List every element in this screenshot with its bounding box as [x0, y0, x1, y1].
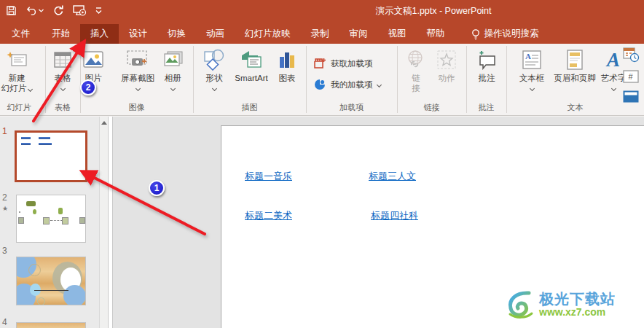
- site-watermark: 极光下载站 www.xz7.com: [504, 289, 616, 320]
- header-footer-icon: [566, 50, 584, 70]
- start-slideshow-button[interactable]: [73, 4, 87, 16]
- tab-animations[interactable]: 动画: [196, 24, 235, 44]
- tab-view[interactable]: 视图: [378, 24, 417, 44]
- slide-number-button[interactable]: #: [622, 70, 640, 86]
- tab-review[interactable]: 审阅: [339, 24, 378, 44]
- chart-button[interactable]: 图表: [271, 47, 303, 83]
- save-button[interactable]: [6, 5, 17, 16]
- thumb-line: [34, 290, 68, 291]
- redo-icon: [52, 4, 64, 16]
- tab-home[interactable]: 开始: [42, 24, 80, 44]
- customize-qat-button[interactable]: [95, 6, 102, 15]
- ribbon-tab-bar: 文件 开始 插入 设计 切换 动画 幻灯片放映 录制 审阅 视图 帮助 操作说明…: [0, 24, 644, 44]
- save-icon: [6, 5, 17, 16]
- group-label-comments: 批注: [466, 102, 506, 113]
- header-footer-label: 页眉和页脚: [549, 73, 600, 83]
- slide-4-thumbnail[interactable]: [16, 322, 86, 328]
- group-label-text: 文本: [506, 102, 644, 113]
- smartart-button[interactable]: SmartArt: [230, 47, 272, 83]
- table-dropdown-icon: [60, 86, 65, 91]
- picture-button[interactable]: 图片: [79, 47, 108, 92]
- redo-button[interactable]: [52, 4, 64, 16]
- link-button[interactable]: 链 接: [402, 47, 430, 93]
- slide-3-number: 3: [2, 246, 7, 256]
- my-addins-button[interactable]: 我的加载项: [313, 78, 381, 91]
- thumb-shape: [63, 285, 86, 305]
- screenshot-dropdown-icon: [135, 86, 140, 91]
- thumb-shape: [43, 217, 50, 224]
- textbox-button[interactable]: A 文本框: [514, 47, 549, 92]
- thumbnail-scrollbar[interactable]: [99, 117, 108, 328]
- watermark-logo-icon: [504, 289, 536, 320]
- thumb-shape: [28, 264, 41, 276]
- my-addins-label: 我的加载项: [331, 79, 373, 90]
- group-label-addins: 加载项: [306, 102, 397, 113]
- panel-splitter[interactable]: [108, 117, 113, 328]
- powerpoint-window: 演示文稿1.pptx - PowerPoint 文件 开始 插入 设计 切换 动…: [0, 0, 644, 328]
- tab-slideshow[interactable]: 幻灯片放映: [235, 24, 301, 44]
- object-icon: [622, 90, 640, 103]
- slide-2-animation-star: ★: [2, 205, 8, 212]
- undo-icon: [25, 5, 37, 16]
- picture-dropdown-icon: [90, 86, 95, 91]
- svg-text:#: #: [629, 72, 634, 81]
- tell-me-label: 操作说明搜索: [484, 28, 539, 40]
- mini-link: [21, 137, 31, 139]
- screenshot-label: 屏幕截图: [111, 73, 165, 83]
- my-addins-dropdown-icon: [376, 82, 381, 87]
- thumb-connector: [50, 220, 62, 221]
- shapes-button[interactable]: 形状: [198, 47, 230, 92]
- customize-qat-icon: [95, 6, 102, 15]
- mini-link: [21, 143, 31, 145]
- link-globe-icon: [405, 50, 427, 70]
- slide-hyperlink-2[interactable]: 标题三人文: [369, 170, 416, 183]
- header-footer-button[interactable]: 页眉和页脚: [549, 47, 600, 83]
- slide-hyperlink-4[interactable]: 标题四社科: [371, 209, 418, 222]
- tab-insert[interactable]: 插入: [80, 24, 119, 44]
- tab-transitions[interactable]: 切换: [157, 24, 196, 44]
- table-button[interactable]: 表格: [47, 47, 79, 92]
- slide-2-thumbnail[interactable]: [16, 195, 86, 243]
- smartart-icon: [239, 50, 264, 70]
- group-label-illustrations: 插图: [193, 102, 306, 113]
- thumb-shape: [26, 201, 36, 206]
- table-icon: [52, 50, 73, 69]
- new-slide-label-line2: 幻灯片: [1, 84, 27, 93]
- tab-record[interactable]: 录制: [301, 24, 339, 44]
- tab-design[interactable]: 设计: [119, 24, 157, 44]
- textbox-icon: A: [521, 50, 543, 70]
- slide-3-thumbnail[interactable]: [16, 257, 86, 305]
- comment-button[interactable]: 批注: [471, 47, 503, 83]
- action-star-icon: [436, 50, 457, 70]
- tab-help[interactable]: 帮助: [417, 24, 455, 44]
- action-button[interactable]: 动作: [433, 47, 460, 83]
- get-addins-button[interactable]: 获取加载项: [313, 57, 373, 70]
- thumb-shape: [33, 209, 36, 214]
- tell-me-search[interactable]: 操作说明搜索: [463, 24, 548, 44]
- store-icon: [313, 57, 326, 70]
- chart-label: 图表: [271, 73, 303, 83]
- screenshot-icon: [126, 50, 149, 70]
- watermark-site-name: 极光下载站: [539, 292, 616, 307]
- new-slide-button[interactable]: 新建 幻灯片: [0, 47, 36, 93]
- slide-1-number: 1: [2, 126, 7, 136]
- tab-file[interactable]: 文件: [0, 24, 42, 44]
- group-label-tables: 表格: [45, 102, 80, 113]
- textbox-dropdown-icon: [529, 86, 534, 91]
- chart-icon: [277, 50, 297, 70]
- slide-hyperlink-1[interactable]: 标题一音乐: [245, 170, 292, 183]
- new-slide-label-line1: 新建: [0, 73, 36, 83]
- slide-1-thumbnail[interactable]: [15, 130, 87, 182]
- group-label-slides: 幻灯片: [0, 102, 41, 113]
- scroll-up-button[interactable]: [100, 117, 108, 128]
- lightbulb-icon: [471, 28, 480, 40]
- photo-album-button[interactable]: 相册: [158, 47, 187, 92]
- undo-button[interactable]: [25, 5, 44, 16]
- thumb-shape: [18, 217, 24, 224]
- shapes-icon: [203, 49, 226, 71]
- photo-album-icon: [162, 50, 184, 69]
- slide-hyperlink-3[interactable]: 标题二美术: [245, 209, 292, 222]
- screenshot-button[interactable]: 屏幕截图: [111, 47, 165, 92]
- date-time-button[interactable]: [622, 47, 640, 66]
- thumb-shape: [19, 211, 20, 213]
